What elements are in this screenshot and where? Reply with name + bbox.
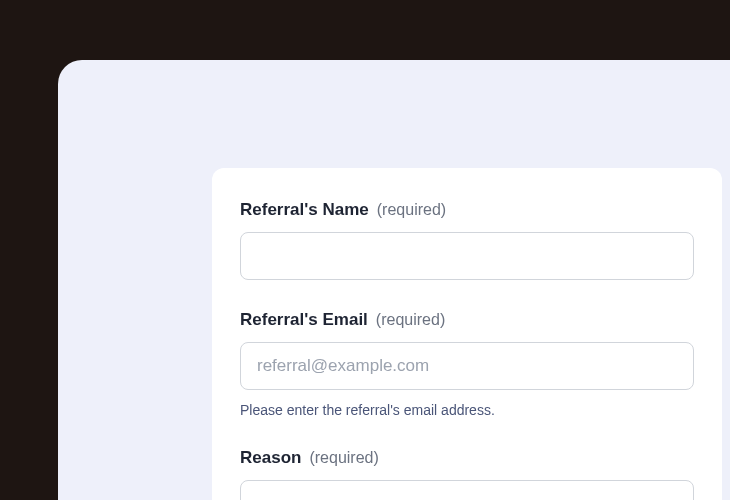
form-group-email: Referral's Email (required) Please enter… xyxy=(240,310,694,418)
label-row: Referral's Name (required) xyxy=(240,200,694,220)
referral-form-card: Referral's Name (required) Referral's Em… xyxy=(212,168,722,500)
label-row: Referral's Email (required) xyxy=(240,310,694,330)
email-helper-text: Please enter the referral's email addres… xyxy=(240,402,694,418)
form-group-reason: Reason (required) Briefly describe why y… xyxy=(240,448,694,500)
reason-textarea[interactable] xyxy=(240,480,694,500)
name-label: Referral's Name xyxy=(240,200,369,220)
form-group-name: Referral's Name (required) xyxy=(240,200,694,280)
reason-required-text: (required) xyxy=(309,449,378,467)
email-required-text: (required) xyxy=(376,311,445,329)
reason-label: Reason xyxy=(240,448,301,468)
name-input[interactable] xyxy=(240,232,694,280)
email-label: Referral's Email xyxy=(240,310,368,330)
name-required-text: (required) xyxy=(377,201,446,219)
email-input[interactable] xyxy=(240,342,694,390)
page-background: Referral's Name (required) Referral's Em… xyxy=(58,60,730,500)
label-row: Reason (required) xyxy=(240,448,694,468)
